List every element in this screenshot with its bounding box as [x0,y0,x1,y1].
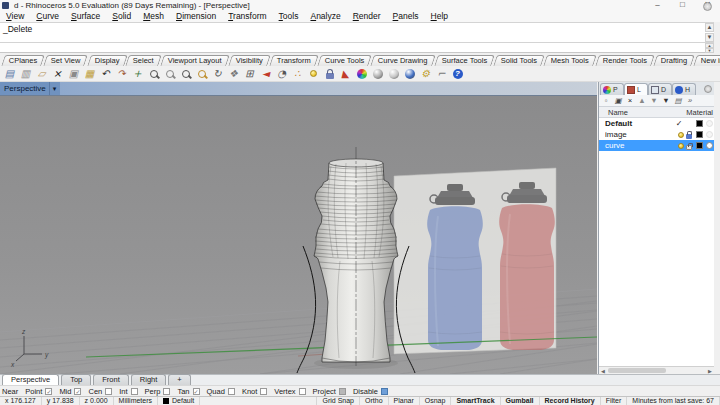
osnap-toggle[interactable]: Mid [59,387,81,396]
menu-item[interactable]: Mesh [137,11,170,22]
lightbulb-icon[interactable] [306,67,321,81]
named-view-icon[interactable]: ◄ [258,67,273,81]
menu-item[interactable]: Analyze [304,11,346,22]
zoom-icon[interactable] [146,67,161,81]
menu-item[interactable]: Curve [30,11,65,22]
minimize-button[interactable]: – [645,0,670,11]
toolbar-tab[interactable]: CPlanes [1,55,45,66]
layer-color-swatch[interactable] [696,131,703,138]
menu-item[interactable]: Transform [222,11,272,22]
image[interactable]: image [599,129,714,140]
osnap-toggle[interactable]: Knot [242,387,267,396]
osnap-toggle[interactable]: Disable [353,387,388,396]
copy-icon[interactable]: ▣ [66,67,81,81]
panel-scrollbar[interactable]: ◀ ▶ [599,366,714,374]
command-scrollbar[interactable]: ▲ ▼ [705,23,714,42]
render-preview-icon[interactable] [370,67,385,81]
render-preview-blue-icon[interactable] [402,67,417,81]
layer-material-icon[interactable] [706,142,713,149]
status-cell[interactable]: z 0.000 [80,397,114,405]
layer-material-icon[interactable] [706,120,713,127]
new-layer-icon[interactable]: ▫ [601,95,611,106]
tab-layers[interactable]: L [624,83,648,95]
redo-icon[interactable]: ↷ [114,67,129,81]
pan-view-icon[interactable]: ❖ [226,67,241,81]
render-icon[interactable] [354,67,369,81]
scroll-right-icon[interactable]: ▶ [706,368,714,374]
osnap-checkbox[interactable] [105,388,112,395]
panel-options-icon[interactable] [704,85,712,93]
menu-item[interactable]: Tools [273,11,305,22]
osnap-checkbox[interactable] [260,388,267,395]
toolbar-tab[interactable]: Visibility [228,55,271,66]
tab-properties[interactable]: P [600,83,624,95]
move-icon[interactable]: + [130,67,145,81]
command-history[interactable]: _Delete [0,22,714,43]
viewport-tab-add[interactable]: + [168,374,190,385]
status-cell[interactable]: Default [158,397,200,405]
status-cell[interactable]: x 176.127 [0,397,42,405]
toolbar-tab[interactable]: Display [87,55,127,66]
move-down-layer-icon[interactable]: ▼ [649,95,659,106]
zoom-selected-icon[interactable] [194,67,209,81]
osnap-checkbox[interactable] [131,388,138,395]
scroll-down-icon[interactable]: ▼ [705,33,714,42]
status-cell[interactable]: Planar [389,397,420,405]
status-cell[interactable]: Grid Snap [317,397,360,405]
lock-icon[interactable] [686,145,692,150]
toolbar-tab[interactable]: Surface Tools [434,55,495,66]
viewport-canvas[interactable]: z y x [0,96,597,374]
status-cell[interactable] [200,397,317,405]
link-icon[interactable]: ⌐ [434,67,449,81]
command-spinner[interactable]: ▲ ▼ [705,43,714,53]
menu-item[interactable]: Help [425,11,454,22]
maximize-button[interactable]: □ [670,0,695,11]
osnap-checkbox[interactable] [74,388,81,395]
scroll-left-icon[interactable]: ◀ [599,368,607,374]
status-cell[interactable]: Minutes from last save: 67 [627,397,720,405]
osnap-checkbox[interactable] [381,388,388,395]
osnap-toggle[interactable]: Near [2,387,18,396]
toolbar-tab[interactable]: Select [126,55,162,66]
osnap-checkbox[interactable] [163,388,170,395]
status-cell[interactable]: Ortho [360,397,389,405]
curve[interactable]: curve [599,140,714,151]
Default[interactable]: Default [599,118,714,129]
status-cell[interactable]: Osnap [420,397,452,405]
toolbar-tab[interactable]: Viewport Layout [160,55,229,66]
toolbar-tab[interactable]: Set View [44,55,89,66]
menu-item[interactable]: Solid [106,11,137,22]
osnap-checkbox[interactable] [339,388,346,395]
undo-icon[interactable]: ↶ [98,67,113,81]
four-view-icon[interactable]: ⊞ [242,67,257,81]
osnap-toggle[interactable]: Vertex [274,387,305,396]
layer-list-icon[interactable]: ▤ [673,95,683,106]
osnap-toggle[interactable]: Point [25,387,52,396]
tab-display[interactable]: D [648,83,672,95]
status-cell[interactable]: Record History [540,397,601,405]
scrollbar-thumb[interactable] [608,368,666,373]
shaded-view-icon[interactable]: ◣ [338,67,353,81]
viewport-title-menu[interactable]: Perspective ▾ [0,82,60,95]
new-sublayer-icon[interactable]: ▣ [613,95,623,106]
zoom-window-icon[interactable] [162,67,177,81]
status-cell[interactable]: y 17.838 [42,397,80,405]
edit-document-icon[interactable]: ▱ [34,67,49,81]
toolbar-tab[interactable]: Mesh Tools [544,55,597,66]
help-icon[interactable]: ? [450,67,465,81]
delete-icon[interactable]: × [50,67,65,81]
osnap-toggle[interactable]: Cen [88,387,112,396]
print-icon[interactable]: ▥ [18,67,33,81]
toolbar-tab[interactable]: Render Tools [595,55,655,66]
toolbar-tab[interactable]: Drafting [653,55,695,66]
osnap-checkbox[interactable] [45,388,52,395]
osnap-checkbox[interactable] [228,388,235,395]
osnap-toggle[interactable]: Quad [207,387,235,396]
toolbar-tab[interactable]: Curve Tools [317,55,372,66]
menu-item[interactable]: Dimension [170,11,222,22]
menu-item[interactable]: Surface [65,11,106,22]
lock-icon[interactable] [322,67,337,81]
viewport-tab-top[interactable]: Top [61,374,91,385]
scroll-up-icon[interactable]: ▲ [705,23,714,32]
status-cell[interactable]: SmartTrack [451,397,500,405]
